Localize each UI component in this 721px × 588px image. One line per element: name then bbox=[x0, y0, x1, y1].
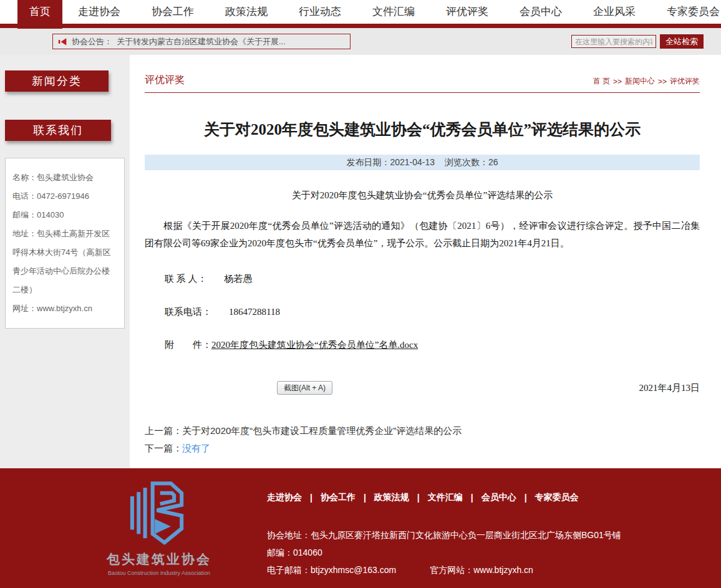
footer-address: 协会地址：包头九原区赛汗塔拉新西门文化旅游中心负一层商业街北区北广场东侧BG01… bbox=[267, 527, 621, 543]
announcement-text[interactable]: 关于转发内蒙古自治区建筑业协会《关于开展... bbox=[117, 36, 286, 47]
attachment-line: 附 件：2020年度包头建筑业协会“优秀会员单位”名单.docx bbox=[145, 339, 700, 351]
attachment-label: 附 件： bbox=[165, 340, 211, 350]
footer-link-about-association[interactable]: 走进协会 bbox=[267, 492, 302, 503]
footer-link-separator: | bbox=[471, 493, 473, 503]
nav-item-expert-committee[interactable]: 专家委员会 bbox=[651, 0, 721, 24]
nav-item-policies[interactable]: 政策法规 bbox=[210, 0, 283, 24]
article-body: 关于对2020年度包头建筑业协会“优秀会员单位”评选结果的公示 根据《关于开展2… bbox=[145, 190, 700, 468]
publish-date: 发布日期：2021-04-13 bbox=[346, 157, 435, 168]
screenshot-button[interactable]: 截图(Alt + A) bbox=[277, 381, 332, 395]
next-article-line: 下一篇：没有了 bbox=[145, 440, 700, 457]
nav-item-home[interactable]: 首页 bbox=[17, 0, 62, 29]
contact-info-address: 地址：包头稀土高新开发区呼得木林大街74号（高新区青少年活动中心后院办公楼二楼） bbox=[12, 224, 117, 299]
view-count: 浏览次数：26 bbox=[445, 157, 498, 168]
footer-link-separator: | bbox=[417, 493, 420, 503]
section-title: 评优评奖 bbox=[145, 74, 185, 87]
sidebar: 新闻分类 联系我们 名称：包头建筑业协会 电话：0472-6971946 邮编：… bbox=[0, 55, 130, 468]
sidebar-contact-us-header[interactable]: 联系我们 bbox=[5, 120, 111, 141]
footer-email[interactable]: btjzyxhmsc@163.com bbox=[311, 565, 396, 575]
contact-person-name: 杨若愚 bbox=[225, 274, 253, 284]
contact-phone-number: 18647288118 bbox=[229, 307, 280, 317]
breadcrumb-awards[interactable]: 评优评奖 bbox=[670, 76, 700, 87]
contact-info-phone: 电话：0472-6971946 bbox=[12, 187, 117, 206]
nav-item-enterprise-showcase[interactable]: 企业风采 bbox=[578, 0, 651, 24]
prev-article-line: 上一篇：关于对2020年度“包头市建设工程质量管理优秀企业”评选结果的公示 bbox=[145, 422, 700, 440]
footer-logo-subtitle: Baotou Construction Industry Association bbox=[87, 570, 231, 576]
announcement-label: 协会公告： bbox=[72, 36, 112, 47]
prev-article-link[interactable]: 关于对2020年度“包头市建设工程质量管理优秀企业”评选结果的公示 bbox=[182, 425, 462, 436]
site-search-button[interactable]: 全站检索 bbox=[660, 34, 704, 49]
footer-link-separator: | bbox=[364, 493, 366, 503]
footer-links: 走进协会 | 协会工作 | 政策法规 | 文件汇编 | 会员中心 | 专家委员会 bbox=[267, 492, 621, 503]
search-input[interactable] bbox=[571, 35, 656, 48]
footer-link-association-work[interactable]: 协会工作 bbox=[321, 492, 356, 503]
prev-article-label: 上一篇： bbox=[145, 425, 182, 436]
breadcrumb-news-center[interactable]: 新闻中心 bbox=[625, 76, 655, 87]
article-sign-date: 2021年4月13日 bbox=[639, 382, 700, 394]
attachment-link[interactable]: 2020年度包头建筑业协会“优秀会员单位”名单.docx bbox=[211, 340, 418, 350]
article-paragraph: 根据《关于开展2020年度“优秀会员单位”评选活动的通知》（包建协〔2021〕6… bbox=[145, 217, 700, 252]
breadcrumb-home[interactable]: 首 页 bbox=[593, 76, 610, 87]
footer-info: 走进协会 | 协会工作 | 政策法规 | 文件汇编 | 会员中心 | 专家委员会… bbox=[267, 477, 621, 578]
nav-item-member-center[interactable]: 会员中心 bbox=[504, 0, 578, 24]
main-layout: 新闻分类 联系我们 名称：包头建筑业协会 电话：0472-6971946 邮编：… bbox=[0, 55, 721, 468]
association-logo-icon bbox=[124, 477, 194, 549]
footer: 包头建筑业协会 Baotou Construction Industry Ass… bbox=[0, 468, 721, 588]
footer-link-expert-committee[interactable]: 专家委员会 bbox=[535, 492, 579, 503]
article-title: 关于对2020年度包头建筑业协会“优秀会员单位”评选结果的公示 bbox=[145, 119, 700, 140]
nav-item-industry-news[interactable]: 行业动态 bbox=[283, 0, 357, 24]
sidebar-news-category-header[interactable]: 新闻分类 bbox=[5, 70, 109, 92]
contact-info-website: 网址：www.btjzyxh.cn bbox=[12, 299, 117, 318]
next-article-none: 没有了 bbox=[182, 443, 210, 453]
footer-link-separator: | bbox=[525, 493, 527, 503]
nav-item-association-work[interactable]: 协会工作 bbox=[136, 0, 210, 24]
footer-website[interactable]: www.btjzyxh.cn bbox=[473, 565, 533, 575]
contact-person-line: 联 系 人：杨若愚 bbox=[145, 273, 700, 285]
footer-website-label: 官方网站： bbox=[430, 565, 473, 575]
section-header: 评优评奖 首 页 >> 新闻中心 >> 评优评奖 bbox=[145, 74, 700, 93]
nav-item-document-compilation[interactable]: 文件汇编 bbox=[357, 0, 430, 24]
breadcrumb-separator: >> bbox=[658, 77, 667, 86]
next-article-label: 下一篇： bbox=[145, 443, 182, 453]
speaker-icon bbox=[58, 37, 67, 46]
announcement-bar: 协会公告： 关于转发内蒙古自治区建筑业协会《关于开展... 全站检索 bbox=[0, 28, 721, 55]
article-meta-bar: 发布日期：2021-04-13 浏览次数：26 bbox=[145, 155, 700, 170]
footer-logo-block: 包头建筑业协会 Baotou Construction Industry Ass… bbox=[87, 477, 231, 578]
screenshot-row: 截图(Alt + A) 2021年4月13日 bbox=[145, 381, 700, 395]
prev-next-navigation: 上一篇：关于对2020年度“包头市建设工程质量管理优秀企业”评选结果的公示 下一… bbox=[145, 422, 700, 468]
footer-link-policies[interactable]: 政策法规 bbox=[374, 492, 409, 503]
search-area: 全站检索 bbox=[571, 34, 704, 49]
content-area: 评优评奖 首 页 >> 新闻中心 >> 评优评奖 关于对2020年度包头建筑业协… bbox=[130, 55, 721, 468]
breadcrumb-separator: >> bbox=[613, 77, 622, 86]
article-subtitle: 关于对2020年度包头建筑业协会“优秀会员单位”评选结果的公示 bbox=[145, 190, 700, 201]
footer-link-document-compilation[interactable]: 文件汇编 bbox=[428, 492, 463, 503]
contact-phone-label: 联系电话： bbox=[165, 307, 211, 317]
announcement-box[interactable]: 协会公告： 关于转发内蒙古自治区建筑业协会《关于开展... bbox=[52, 34, 351, 49]
contact-info-postcode: 邮编：014030 bbox=[12, 206, 117, 224]
footer-postcode: 邮编：014060 bbox=[267, 544, 621, 561]
top-navigation: 首页 走进协会 协会工作 政策法规 行业动态 文件汇编 评优评奖 会员中心 企业… bbox=[0, 0, 721, 24]
sidebar-contact-info-box: 名称：包头建筑业协会 电话：0472-6971946 邮编：014030 地址：… bbox=[5, 158, 125, 329]
footer-email-label: 电子邮箱： bbox=[267, 565, 311, 575]
contact-info-name: 名称：包头建筑业协会 bbox=[12, 168, 117, 187]
contact-phone-line: 联系电话：18647288118 bbox=[145, 306, 700, 318]
page: 首页 走进协会 协会工作 政策法规 行业动态 文件汇编 评优评奖 会员中心 企业… bbox=[0, 0, 721, 588]
nav-item-awards[interactable]: 评优评奖 bbox=[430, 0, 504, 24]
footer-link-separator: | bbox=[310, 493, 312, 503]
footer-email-line: 电子邮箱：btjzyxhmsc@163.com官方网站：www.btjzyxh.… bbox=[267, 562, 621, 578]
nav-red-strip bbox=[0, 24, 721, 28]
contact-person-label: 联 系 人： bbox=[165, 274, 207, 284]
footer-link-member-center[interactable]: 会员中心 bbox=[481, 492, 516, 503]
nav-item-about-association[interactable]: 走进协会 bbox=[62, 0, 136, 24]
breadcrumb: 首 页 >> 新闻中心 >> 评优评奖 bbox=[593, 76, 700, 87]
footer-logo-title: 包头建筑业协会 bbox=[87, 551, 231, 568]
